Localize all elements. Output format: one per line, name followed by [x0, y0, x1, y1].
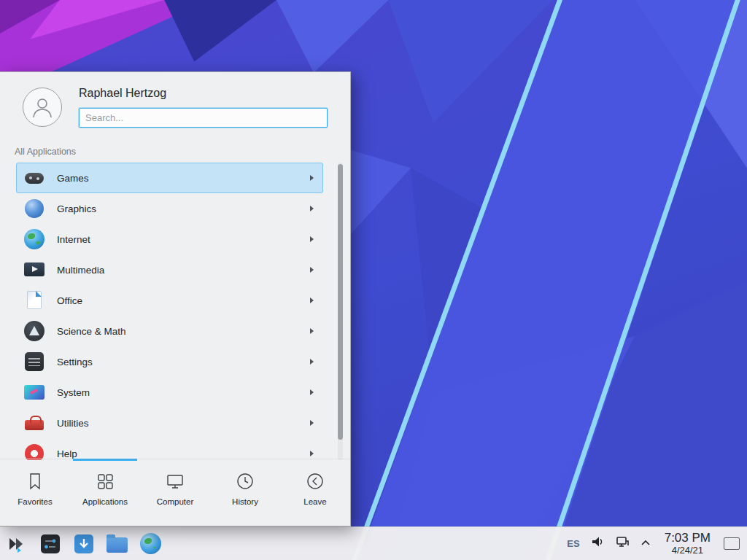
system-tray: ES 7:03 PM 4/24/21 [567, 531, 743, 556]
desktop: Raphael Hertzog All Applications Games G… [0, 0, 747, 560]
category-label: Internet [57, 234, 299, 245]
clock-date: 4/24/21 [672, 545, 703, 556]
graphics-icon [23, 197, 46, 220]
category-internet[interactable]: Internet [16, 224, 323, 254]
keyboard-layout-indicator[interactable]: ES [567, 538, 579, 549]
category-list: Games Graphics Internet Multimedia Offic [0, 163, 350, 460]
category-label: Science & Math [57, 326, 299, 337]
tab-applications[interactable]: Applications [70, 459, 140, 526]
games-icon [23, 166, 46, 190]
taskbar: ES 7:03 PM 4/24/21 [0, 526, 747, 560]
chevron-right-icon [310, 236, 314, 242]
web-browser-icon[interactable] [139, 532, 163, 556]
launcher-footer-tabs: Favorites Applications Computer [0, 459, 350, 526]
category-label: Multimedia [57, 265, 299, 276]
file-manager-icon[interactable] [105, 532, 129, 556]
tab-label: Favorites [18, 497, 52, 506]
category-label: Settings [57, 357, 299, 368]
user-icon [30, 95, 55, 120]
category-help[interactable]: Help [16, 438, 323, 460]
chevron-up-icon[interactable] [640, 537, 651, 550]
tab-label: Computer [157, 497, 194, 506]
chevron-right-icon [310, 206, 314, 211]
chevron-right-icon [310, 328, 314, 334]
software-center-icon[interactable] [71, 532, 96, 556]
monitor-icon [166, 472, 185, 491]
leave-icon [306, 472, 325, 491]
application-launcher-menu: Raphael Hertzog All Applications Games G… [0, 71, 351, 526]
scrollbar-handle[interactable] [338, 164, 343, 440]
tab-leave[interactable]: Leave [280, 459, 350, 526]
folder-glyph [107, 537, 128, 553]
chevron-right-icon [310, 298, 314, 303]
category-label: Office [57, 295, 299, 306]
chevron-right-icon [310, 359, 314, 365]
grid-icon [96, 472, 115, 491]
task-manager-glyph [39, 533, 61, 555]
office-icon [23, 289, 46, 312]
clock-time: 7:03 PM [665, 531, 711, 545]
app-launcher-glyph [6, 533, 28, 555]
tab-label: Applications [82, 497, 128, 506]
category-label: System [57, 387, 299, 398]
tab-computer[interactable]: Computer [140, 459, 210, 526]
tab-history[interactable]: History [210, 459, 280, 526]
digital-clock[interactable]: 7:03 PM 4/24/21 [665, 531, 711, 556]
tab-label: Leave [303, 497, 326, 506]
scrollbar-track[interactable] [338, 163, 343, 460]
chevron-right-icon [310, 389, 314, 395]
science-icon [23, 319, 46, 343]
show-desktop-icon[interactable] [724, 537, 740, 550]
category-office[interactable]: Office [16, 285, 323, 316]
user-name: Raphael Hertzog [79, 87, 166, 100]
clock-icon [236, 472, 255, 491]
settings-icon [23, 350, 46, 373]
utilities-icon [23, 411, 46, 435]
bookmark-icon [26, 472, 44, 491]
active-tab-indicator [73, 459, 137, 461]
category-system[interactable]: System [16, 377, 323, 408]
help-icon [23, 442, 46, 460]
software-center-glyph [73, 533, 95, 555]
launcher-header: Raphael Hertzog [0, 72, 350, 145]
globe-glyph [140, 533, 161, 554]
search-input[interactable] [79, 108, 328, 128]
category-label: Help [57, 448, 299, 459]
category-label: Utilities [57, 418, 299, 429]
category-graphics[interactable]: Graphics [16, 193, 323, 224]
chevron-right-icon [310, 267, 314, 273]
multimedia-icon [23, 258, 46, 281]
user-avatar[interactable] [23, 88, 62, 127]
category-label: Games [57, 173, 299, 184]
category-utilities[interactable]: Utilities [16, 408, 323, 438]
category-label: Graphics [57, 203, 299, 214]
chevron-right-icon [310, 451, 314, 456]
category-settings[interactable]: Settings [16, 346, 323, 377]
category-games[interactable]: Games [16, 163, 323, 193]
chevron-right-icon [310, 420, 314, 426]
chevron-right-icon [310, 175, 314, 181]
section-label: All Applications [15, 147, 76, 157]
category-multimedia[interactable]: Multimedia [16, 254, 323, 285]
tab-favorites[interactable]: Favorites [0, 459, 70, 526]
tab-label: History [232, 497, 258, 506]
app-launcher-icon[interactable] [4, 532, 28, 556]
speaker-icon[interactable] [590, 534, 605, 552]
taskbar-launchers [4, 532, 163, 556]
system-icon [23, 381, 46, 404]
category-science-math[interactable]: Science & Math [16, 316, 323, 346]
internet-icon [23, 228, 46, 251]
task-manager-icon[interactable] [38, 532, 62, 556]
network-icon[interactable] [615, 534, 630, 552]
